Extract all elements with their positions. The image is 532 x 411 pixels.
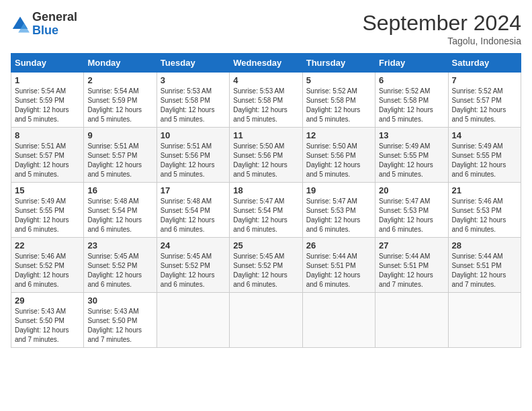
header-monday: Monday: [84, 54, 157, 73]
calendar-cell: 21Sunrise: 5:46 AM Sunset: 5:53 PM Dayli…: [448, 183, 521, 238]
day-info: Sunrise: 5:51 AM Sunset: 5:57 PM Dayligh…: [87, 142, 152, 179]
day-info: Sunrise: 5:45 AM Sunset: 5:52 PM Dayligh…: [161, 252, 226, 289]
calendar-cell: 22Sunrise: 5:46 AM Sunset: 5:52 PM Dayli…: [11, 238, 84, 293]
day-info: Sunrise: 5:49 AM Sunset: 5:55 PM Dayligh…: [379, 142, 444, 179]
day-info: Sunrise: 5:44 AM Sunset: 5:51 PM Dayligh…: [379, 252, 444, 289]
calendar-cell: 29Sunrise: 5:43 AM Sunset: 5:50 PM Dayli…: [11, 293, 84, 348]
day-number: 24: [161, 240, 226, 250]
calendar-cell: 19Sunrise: 5:47 AM Sunset: 5:53 PM Dayli…: [302, 183, 375, 238]
day-number: 17: [161, 185, 226, 195]
calendar-cell: 14Sunrise: 5:49 AM Sunset: 5:55 PM Dayli…: [448, 128, 521, 183]
calendar-cell: 2Sunrise: 5:54 AM Sunset: 5:59 PM Daylig…: [84, 73, 157, 128]
calendar-cell: 9Sunrise: 5:51 AM Sunset: 5:57 PM Daylig…: [84, 128, 157, 183]
day-number: 27: [379, 240, 444, 250]
calendar-week-row: 8Sunrise: 5:51 AM Sunset: 5:57 PM Daylig…: [11, 128, 521, 183]
day-number: 26: [306, 240, 371, 250]
day-number: 3: [161, 75, 226, 85]
day-number: 9: [87, 130, 152, 140]
title-area: September 2024 Tagolu, Indonesia: [362, 11, 521, 46]
calendar-week-row: 1Sunrise: 5:54 AM Sunset: 5:59 PM Daylig…: [11, 73, 521, 128]
day-info: Sunrise: 5:48 AM Sunset: 5:54 PM Dayligh…: [87, 197, 152, 234]
calendar-header-row: Sunday Monday Tuesday Wednesday Thursday…: [11, 54, 521, 73]
header-saturday: Saturday: [448, 54, 521, 73]
day-number: 29: [15, 295, 80, 306]
day-number: 2: [87, 75, 152, 85]
day-number: 30: [87, 295, 152, 306]
calendar-week-row: 22Sunrise: 5:46 AM Sunset: 5:52 PM Dayli…: [11, 238, 521, 293]
day-number: 28: [452, 240, 517, 250]
day-number: 10: [161, 130, 226, 140]
logo-icon: [11, 15, 30, 34]
calendar-cell: [157, 293, 229, 348]
header-thursday: Thursday: [302, 54, 375, 73]
logo-text: General Blue: [32, 11, 77, 38]
location-title: Tagolu, Indonesia: [362, 36, 521, 46]
calendar-cell: 30Sunrise: 5:43 AM Sunset: 5:50 PM Dayli…: [84, 293, 157, 348]
calendar-cell: 8Sunrise: 5:51 AM Sunset: 5:57 PM Daylig…: [11, 128, 84, 183]
calendar-cell: 26Sunrise: 5:44 AM Sunset: 5:51 PM Dayli…: [302, 238, 375, 293]
day-info: Sunrise: 5:45 AM Sunset: 5:52 PM Dayligh…: [233, 252, 298, 289]
calendar-cell: 5Sunrise: 5:52 AM Sunset: 5:58 PM Daylig…: [302, 73, 375, 128]
header-friday: Friday: [375, 54, 448, 73]
calendar-cell: [302, 293, 375, 348]
day-number: 23: [87, 240, 152, 250]
day-info: Sunrise: 5:46 AM Sunset: 5:52 PM Dayligh…: [15, 252, 80, 289]
day-number: 6: [379, 75, 444, 85]
day-number: 22: [15, 240, 80, 250]
day-number: 19: [306, 185, 371, 195]
calendar-cell: 3Sunrise: 5:53 AM Sunset: 5:58 PM Daylig…: [157, 73, 229, 128]
calendar-cell: 28Sunrise: 5:44 AM Sunset: 5:51 PM Dayli…: [448, 238, 521, 293]
day-number: 4: [233, 75, 298, 85]
day-info: Sunrise: 5:52 AM Sunset: 5:57 PM Dayligh…: [452, 87, 517, 124]
logo: General Blue: [11, 11, 77, 38]
month-title: September 2024: [362, 11, 521, 36]
day-number: 18: [233, 185, 298, 195]
day-number: 5: [306, 75, 371, 85]
day-number: 16: [87, 185, 152, 195]
header-sunday: Sunday: [11, 54, 84, 73]
calendar-cell: 25Sunrise: 5:45 AM Sunset: 5:52 PM Dayli…: [230, 238, 302, 293]
calendar-week-row: 15Sunrise: 5:49 AM Sunset: 5:55 PM Dayli…: [11, 183, 521, 238]
calendar-cell: 23Sunrise: 5:45 AM Sunset: 5:52 PM Dayli…: [84, 238, 157, 293]
calendar-cell: 11Sunrise: 5:50 AM Sunset: 5:56 PM Dayli…: [230, 128, 302, 183]
day-number: 8: [15, 130, 80, 140]
header-wednesday: Wednesday: [230, 54, 302, 73]
calendar-cell: 10Sunrise: 5:51 AM Sunset: 5:56 PM Dayli…: [157, 128, 229, 183]
day-info: Sunrise: 5:47 AM Sunset: 5:53 PM Dayligh…: [379, 197, 444, 234]
day-info: Sunrise: 5:52 AM Sunset: 5:58 PM Dayligh…: [306, 87, 371, 124]
calendar-cell: [448, 293, 521, 348]
day-info: Sunrise: 5:51 AM Sunset: 5:57 PM Dayligh…: [15, 142, 80, 179]
day-number: 21: [452, 185, 517, 195]
day-number: 12: [306, 130, 371, 140]
calendar-week-row: 29Sunrise: 5:43 AM Sunset: 5:50 PM Dayli…: [11, 293, 521, 348]
day-info: Sunrise: 5:43 AM Sunset: 5:50 PM Dayligh…: [87, 307, 152, 345]
day-info: Sunrise: 5:53 AM Sunset: 5:58 PM Dayligh…: [233, 87, 298, 124]
day-info: Sunrise: 5:47 AM Sunset: 5:53 PM Dayligh…: [306, 197, 371, 234]
day-info: Sunrise: 5:48 AM Sunset: 5:54 PM Dayligh…: [161, 197, 226, 234]
day-info: Sunrise: 5:47 AM Sunset: 5:54 PM Dayligh…: [233, 197, 298, 234]
calendar-cell: 17Sunrise: 5:48 AM Sunset: 5:54 PM Dayli…: [157, 183, 229, 238]
day-number: 1: [15, 75, 80, 85]
day-number: 25: [233, 240, 298, 250]
day-info: Sunrise: 5:44 AM Sunset: 5:51 PM Dayligh…: [306, 252, 371, 289]
calendar-cell: 24Sunrise: 5:45 AM Sunset: 5:52 PM Dayli…: [157, 238, 229, 293]
calendar-cell: 1Sunrise: 5:54 AM Sunset: 5:59 PM Daylig…: [11, 73, 84, 128]
calendar-cell: [230, 293, 302, 348]
day-info: Sunrise: 5:54 AM Sunset: 5:59 PM Dayligh…: [87, 87, 152, 124]
day-info: Sunrise: 5:49 AM Sunset: 5:55 PM Dayligh…: [15, 197, 80, 234]
day-info: Sunrise: 5:50 AM Sunset: 5:56 PM Dayligh…: [233, 142, 298, 179]
day-number: 14: [452, 130, 517, 140]
calendar-cell: 18Sunrise: 5:47 AM Sunset: 5:54 PM Dayli…: [230, 183, 302, 238]
calendar-cell: 4Sunrise: 5:53 AM Sunset: 5:58 PM Daylig…: [230, 73, 302, 128]
calendar-cell: 6Sunrise: 5:52 AM Sunset: 5:58 PM Daylig…: [375, 73, 448, 128]
calendar-cell: 16Sunrise: 5:48 AM Sunset: 5:54 PM Dayli…: [84, 183, 157, 238]
day-number: 20: [379, 185, 444, 195]
day-info: Sunrise: 5:50 AM Sunset: 5:56 PM Dayligh…: [306, 142, 371, 179]
calendar-cell: [375, 293, 448, 348]
calendar-cell: 27Sunrise: 5:44 AM Sunset: 5:51 PM Dayli…: [375, 238, 448, 293]
day-number: 7: [452, 75, 517, 85]
calendar-cell: 20Sunrise: 5:47 AM Sunset: 5:53 PM Dayli…: [375, 183, 448, 238]
day-info: Sunrise: 5:44 AM Sunset: 5:51 PM Dayligh…: [452, 252, 517, 289]
day-info: Sunrise: 5:45 AM Sunset: 5:52 PM Dayligh…: [87, 252, 152, 289]
day-number: 11: [233, 130, 298, 140]
